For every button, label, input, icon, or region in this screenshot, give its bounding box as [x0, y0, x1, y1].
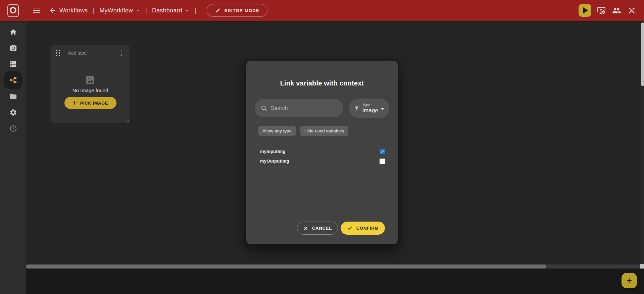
image-placeholder-icon	[85, 75, 96, 85]
display-settings-button[interactable]	[596, 5, 606, 15]
users-button[interactable]	[611, 5, 622, 15]
sidebar-item-storage[interactable]	[5, 56, 21, 72]
editor-mode-button[interactable]: EDITOR MODE	[207, 4, 268, 17]
breadcrumb-workflows[interactable]: Workflows	[59, 7, 88, 14]
sidebar-item-camera[interactable]	[5, 40, 21, 56]
add-widget-fab[interactable]: +	[622, 273, 637, 288]
scrollbar-corner	[640, 264, 644, 269]
cancel-label: CANCEL	[312, 226, 332, 231]
app-window: O Workflows | MyWorkflow | Dashboard	[0, 0, 644, 294]
close-icon	[303, 226, 308, 231]
view-dropdown[interactable]: Dashboard	[152, 7, 190, 14]
home-icon	[9, 28, 17, 36]
variable-checkbox[interactable]	[380, 159, 385, 164]
drag-handle-icon[interactable]	[56, 50, 60, 56]
camera-icon	[9, 44, 17, 52]
modal-actions: CANCEL CONFIRM	[297, 222, 385, 235]
widget-empty-state: No Image found + PICK IMAGE	[51, 75, 130, 109]
back-button[interactable]	[49, 7, 56, 14]
kebab-menu-icon[interactable]: ⋮	[117, 50, 126, 56]
variable-name: myOutputImg	[260, 159, 289, 164]
vertical-scrollbar-track	[641, 21, 644, 264]
funnel-icon	[354, 106, 359, 111]
bottom-panel	[26, 269, 644, 294]
modal-title: Link variable with context	[246, 79, 398, 87]
play-icon	[583, 7, 588, 13]
plus-icon: +	[627, 276, 632, 285]
chip-allow-any-type[interactable]: Allow any type	[258, 126, 296, 136]
gear-icon	[9, 109, 17, 116]
sidebar-item-alerts[interactable]	[5, 120, 21, 136]
filter-chips: Allow any type Hide used variables	[258, 126, 348, 136]
check-icon	[347, 225, 353, 231]
vertical-scrollbar-thumb[interactable]	[641, 22, 644, 86]
chevron-down-icon	[135, 8, 140, 13]
close-tools-button[interactable]	[627, 5, 637, 15]
nav-separator: |	[93, 7, 94, 14]
confirm-label: CONFIRM	[356, 226, 379, 231]
widget-card-header: Add label ⋮	[56, 50, 126, 56]
link-variable-modal: Link variable with context Type Image	[246, 61, 398, 244]
check-icon	[380, 150, 384, 154]
caret-down-icon	[381, 108, 384, 110]
storage-icon	[9, 60, 17, 68]
resize-handle[interactable]	[126, 119, 129, 122]
sidebar-item-files[interactable]	[5, 88, 21, 104]
dashboard-canvas: Add label ⋮ No Image found + PICK IMAGE …	[26, 21, 644, 269]
search-field	[255, 99, 343, 117]
topbar: O Workflows | MyWorkflow | Dashboard	[0, 0, 644, 21]
search-icon	[261, 105, 267, 112]
display-settings-icon	[597, 6, 606, 15]
chevron-down-icon	[185, 8, 190, 13]
alert-icon	[9, 125, 17, 132]
variable-row[interactable]: myOutputImg	[260, 156, 385, 166]
cancel-button[interactable]: CANCEL	[297, 222, 338, 235]
variables-list: myInputImg myOutputImg	[260, 146, 385, 166]
app-logo-letter: O	[9, 6, 16, 15]
back-arrow-icon	[49, 7, 56, 14]
horizontal-scrollbar-thumb[interactable]	[26, 264, 546, 269]
type-filter-value: Image	[362, 107, 378, 114]
workflow-icon	[9, 76, 17, 84]
no-image-text: No Image found	[72, 87, 108, 93]
app-logo: O	[7, 4, 19, 17]
type-filter-dropdown[interactable]: Type Image	[349, 99, 389, 118]
sidebar	[0, 21, 26, 294]
search-input[interactable]	[271, 105, 335, 111]
variable-row[interactable]: myInputImg	[260, 146, 385, 156]
widget-label-placeholder[interactable]: Add label	[68, 50, 88, 56]
workflow-name-label: MyWorkflow	[99, 7, 133, 14]
image-widget-card: Add label ⋮ No Image found + PICK IMAGE	[51, 45, 130, 123]
menu-icon[interactable]	[33, 8, 40, 13]
sidebar-item-workflow[interactable]	[5, 72, 21, 88]
run-workflow-button[interactable]	[579, 4, 591, 17]
confirm-button[interactable]: CONFIRM	[341, 222, 385, 235]
view-name-label: Dashboard	[152, 7, 182, 14]
type-filter-label: Type	[362, 103, 370, 107]
nav-separator: |	[145, 7, 147, 14]
nav-separator: |	[195, 7, 196, 14]
folder-icon	[9, 93, 17, 100]
variable-checkbox[interactable]	[380, 149, 385, 154]
pick-image-label: PICK IMAGE	[80, 101, 108, 106]
users-icon	[612, 6, 621, 15]
chip-hide-used-variables[interactable]: Hide used variables	[300, 126, 348, 136]
sidebar-item-home[interactable]	[5, 24, 21, 40]
pencil-icon	[215, 8, 220, 13]
workflows-label: Workflows	[59, 7, 88, 14]
editor-mode-label: EDITOR MODE	[225, 8, 259, 13]
pick-image-button[interactable]: + PICK IMAGE	[64, 97, 116, 109]
sidebar-item-settings[interactable]	[5, 104, 21, 120]
close-tools-icon	[628, 6, 636, 15]
horizontal-scrollbar-track	[26, 264, 640, 269]
variable-name: myInputImg	[260, 149, 286, 154]
topbar-actions	[579, 4, 637, 17]
workflow-name-dropdown[interactable]: MyWorkflow	[99, 7, 140, 14]
plus-icon: +	[72, 99, 77, 106]
